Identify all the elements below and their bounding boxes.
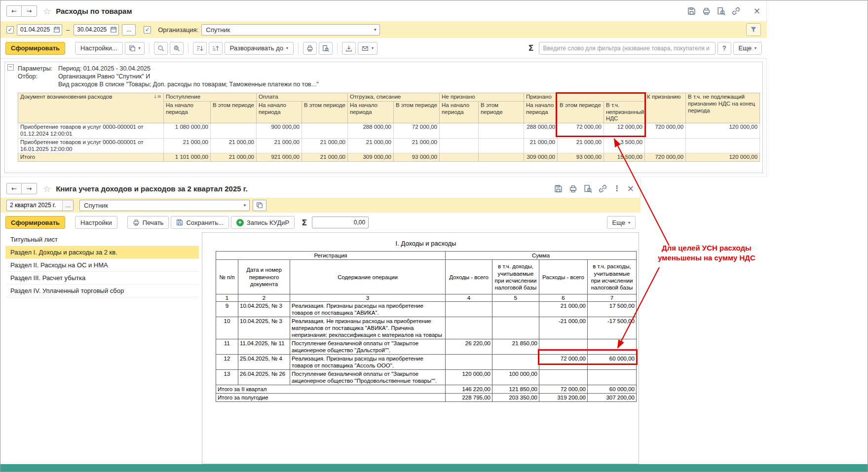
cell[interactable]: 21 000,00 — [394, 138, 440, 153]
cell-document[interactable]: Приобретение товаров и услуг 0000-000001… — [18, 123, 164, 139]
cell[interactable]: 720 000,00 — [645, 153, 686, 162]
cell[interactable]: 21 850,00 — [492, 339, 539, 355]
cell[interactable]: 921 000,00 — [257, 153, 302, 162]
org-combo[interactable]: Спутник ▾ — [201, 24, 380, 36]
cell[interactable] — [492, 302, 539, 317]
cell[interactable]: 72 000,00 — [394, 123, 440, 139]
cell[interactable]: Поступление безналичной оплаты от "Закры… — [290, 339, 446, 355]
cell[interactable]: 307 200,00 — [588, 394, 637, 402]
back-button[interactable]: ← — [6, 5, 22, 17]
cell[interactable]: 146 220,00 — [446, 385, 492, 394]
cell[interactable]: 11 — [216, 339, 238, 355]
cell[interactable] — [440, 123, 479, 139]
cell[interactable]: 11.04.2025, № 11 — [238, 339, 290, 355]
expand-to-button[interactable]: Разворачивать до▾ — [225, 42, 294, 55]
cell[interactable]: 720 000,00 — [645, 123, 686, 139]
cell[interactable]: 26.04.2025, № 26 — [238, 370, 290, 385]
filter-funnel-icon[interactable] — [746, 23, 761, 36]
open-org-icon[interactable] — [253, 200, 266, 211]
report-variants-button[interactable]: ▾ — [125, 42, 145, 55]
cell-total-label[interactable]: Итого — [18, 153, 164, 162]
period-checkbox[interactable]: ✓ — [6, 26, 14, 34]
sort-ascending-icon[interactable] — [209, 42, 223, 55]
cell[interactable] — [686, 138, 760, 153]
cell[interactable]: 21 000,00 — [211, 138, 257, 153]
more-icon[interactable]: ⋮ — [613, 185, 621, 192]
download-icon[interactable] — [342, 42, 356, 55]
cell[interactable]: 21 000,00 — [302, 138, 348, 153]
cell[interactable]: 15 500,00 — [604, 153, 645, 162]
more-button[interactable]: Еще▾ — [607, 216, 636, 229]
search-next-icon[interactable] — [170, 42, 184, 55]
cell[interactable]: 203 350,00 — [492, 394, 539, 402]
sidebar-item-title-page[interactable]: Титульный лист — [5, 233, 199, 246]
cell[interactable]: 309 000,00 — [524, 153, 558, 162]
cell[interactable]: 10 — [216, 317, 238, 339]
cell[interactable]: 120 000,00 — [446, 370, 492, 385]
cell[interactable]: Реализация. Не признаны расходы на приоб… — [290, 317, 446, 339]
cell[interactable]: 21 000,00 — [539, 302, 588, 317]
cell[interactable]: 1 101 000,00 — [164, 153, 211, 162]
cell[interactable]: 93 000,00 — [394, 153, 440, 162]
forward-button[interactable]: → — [22, 183, 37, 194]
cell[interactable]: 10.04.2025, № 3 — [238, 302, 290, 317]
cell[interactable]: 21 000,00 — [302, 153, 348, 162]
cell[interactable]: 1 080 000,00 — [164, 123, 211, 139]
cell[interactable]: 13 — [216, 370, 238, 385]
link-icon[interactable] — [599, 184, 607, 193]
cell[interactable] — [446, 317, 492, 339]
generate-button[interactable]: Сформировать — [5, 216, 65, 229]
cell[interactable] — [479, 123, 524, 139]
cell[interactable]: 100 000,00 — [492, 370, 539, 385]
cell[interactable] — [539, 339, 588, 355]
print-icon[interactable] — [303, 42, 317, 55]
cell[interactable]: 288 000,00 — [348, 123, 394, 139]
cell[interactable]: 26 220,00 — [446, 339, 492, 355]
email-icon[interactable]: ▾ — [358, 42, 377, 55]
cell[interactable] — [302, 123, 348, 139]
cell[interactable] — [479, 138, 524, 153]
cell[interactable]: 21 000,00 — [164, 138, 211, 153]
link-icon[interactable] — [732, 7, 740, 15]
cell[interactable] — [588, 370, 637, 385]
cell[interactable]: Реализация. Признаны расходы на приобрет… — [290, 355, 446, 370]
col-header-document[interactable]: Документ возникновения расходов↓≡ — [18, 93, 164, 123]
period-more-button[interactable]: ... — [62, 200, 73, 211]
cell[interactable]: -21 000,00 — [539, 317, 588, 339]
cell[interactable] — [492, 317, 539, 339]
cell-total-label[interactable]: Итого за полугодие — [216, 394, 446, 402]
chevron-down-icon[interactable]: ▾ — [371, 25, 379, 35]
org-combo[interactable]: Спутник ▾ — [79, 200, 250, 211]
date-to-input[interactable] — [74, 26, 109, 33]
cell[interactable]: -17 500,00 — [588, 317, 637, 339]
cell[interactable]: 60 000,00 — [588, 385, 637, 394]
date-from-input[interactable] — [17, 26, 52, 33]
print-preview-icon[interactable] — [319, 42, 333, 55]
cell[interactable] — [492, 355, 539, 370]
cell[interactable]: 900 000,00 — [257, 123, 302, 139]
cell[interactable]: 93 000,00 — [558, 153, 604, 162]
cell[interactable] — [588, 339, 637, 355]
settings-button[interactable]: Настройки... — [75, 42, 123, 55]
cell[interactable]: 12 — [216, 355, 238, 370]
more-button[interactable]: Еще▾ — [733, 42, 762, 55]
sort-descending-icon[interactable] — [193, 42, 207, 55]
cell[interactable]: 309 000,00 — [348, 153, 394, 162]
cell[interactable]: 288 000,00 — [524, 123, 558, 139]
sidebar-item-section4[interactable]: Раздел IV. Уплаченный торговый сбор — [5, 285, 199, 297]
quick-filter-input[interactable] — [539, 42, 716, 55]
close-icon[interactable]: × — [627, 184, 634, 193]
cell[interactable]: 60 000,00 — [588, 355, 637, 370]
print-icon[interactable] — [702, 7, 711, 15]
find-icon[interactable] — [584, 184, 592, 193]
cell[interactable]: 319 200,00 — [539, 394, 588, 402]
cell[interactable] — [440, 138, 479, 153]
cell[interactable]: 12 000,00 — [604, 123, 645, 139]
save-icon[interactable] — [687, 7, 696, 15]
cell[interactable]: 121 850,00 — [492, 385, 539, 394]
cell[interactable]: 21 000,00 — [524, 138, 558, 153]
period-input[interactable] — [7, 202, 62, 209]
cell[interactable]: 228 795,00 — [446, 394, 492, 402]
print-icon[interactable] — [569, 184, 577, 193]
cell[interactable] — [539, 370, 588, 385]
